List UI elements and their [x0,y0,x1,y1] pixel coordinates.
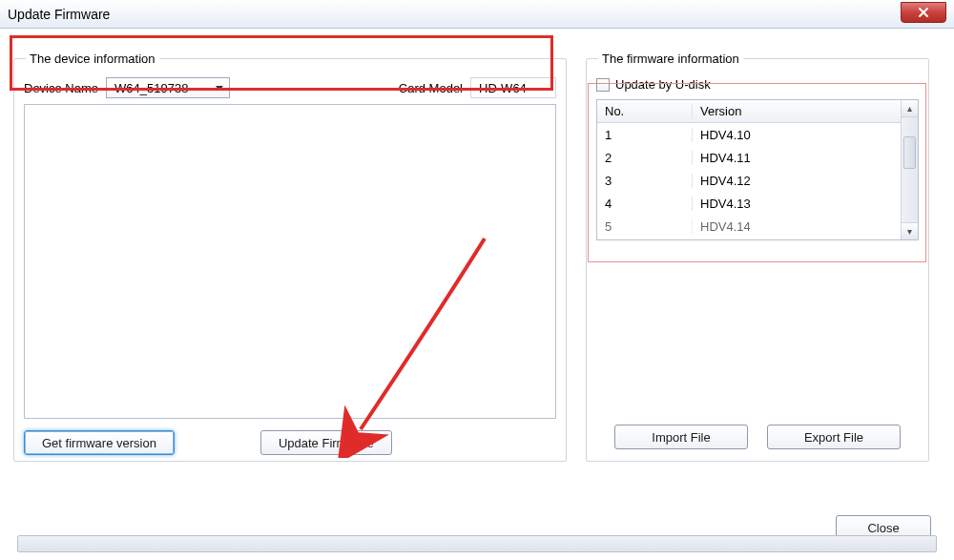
firmware-table: No. Version 1 HDV4.10 2 HDV4.11 [596,99,919,240]
col-header-version[interactable]: Version [693,104,901,118]
titlebar: Update Firmware [0,0,954,29]
get-firmware-version-button[interactable]: Get firmware version [24,430,175,455]
import-file-button[interactable]: Import File [614,425,748,449]
update-firmware-button[interactable]: Update Firmware [260,430,392,455]
table-header: No. Version [597,100,901,123]
window-close-button[interactable] [901,2,946,23]
table-scrollbar[interactable]: ▴ ▾ [901,100,918,239]
progress-bar [17,535,937,552]
table-row[interactable]: 2 HDV4.11 [597,146,901,169]
scroll-track[interactable] [902,117,918,222]
table-row[interactable]: 5 HDV4.14 [597,215,901,238]
device-name-label: Device Name [24,81,98,95]
firmware-info-group: The firmware information Update by U-dis… [586,52,929,462]
close-icon [918,7,929,18]
update-by-udisk-checkbox[interactable] [596,78,610,92]
content-area: The device information Device Name W64_5… [0,29,954,560]
update-by-udisk-label: Update by U-disk [615,77,711,92]
table-row[interactable]: 4 HDV4.13 [597,192,901,215]
cell-version: HDV4.10 [693,128,901,142]
device-name-select[interactable]: W64_519738 [106,77,230,98]
cell-version: HDV4.13 [693,197,901,211]
cell-no: 1 [597,128,693,142]
device-info-legend: The device information [26,52,159,66]
cell-no: 5 [597,219,693,234]
export-file-button[interactable]: Export File [767,425,901,449]
scroll-up-icon[interactable]: ▴ [902,100,918,117]
cell-version: HDV4.14 [693,219,901,234]
cell-no: 2 [597,151,693,165]
cell-version: HDV4.11 [693,151,901,165]
device-name-value: W64_519738 [114,81,188,95]
cell-no: 3 [597,174,693,188]
card-model-value: HD-W64 [470,77,556,98]
table-row[interactable]: 1 HDV4.10 [597,123,901,146]
col-header-no[interactable]: No. [597,104,693,118]
cell-version: HDV4.12 [693,174,901,188]
scroll-thumb[interactable] [903,136,916,169]
table-row[interactable]: 3 HDV4.12 [597,169,901,192]
device-info-group: The device information Device Name W64_5… [13,52,567,462]
firmware-info-legend: The firmware information [598,52,743,66]
card-model-label: Card Model [399,81,463,95]
scroll-down-icon[interactable]: ▾ [902,222,918,239]
window-title: Update Firmware [8,7,110,22]
device-log-area [24,104,556,419]
cell-no: 4 [597,197,693,211]
